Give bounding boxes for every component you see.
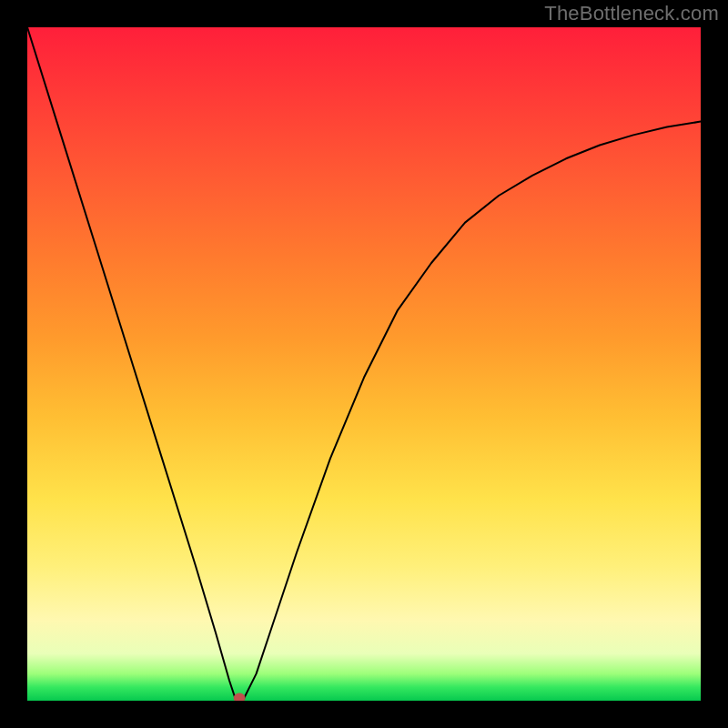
chart-svg	[27, 27, 701, 701]
watermark-text: TheBottleneck.com	[544, 2, 719, 25]
bottleneck-curve	[27, 27, 701, 701]
chart-frame: TheBottleneck.com	[0, 0, 728, 728]
optimal-point-marker	[234, 693, 245, 701]
plot-area	[27, 27, 701, 701]
